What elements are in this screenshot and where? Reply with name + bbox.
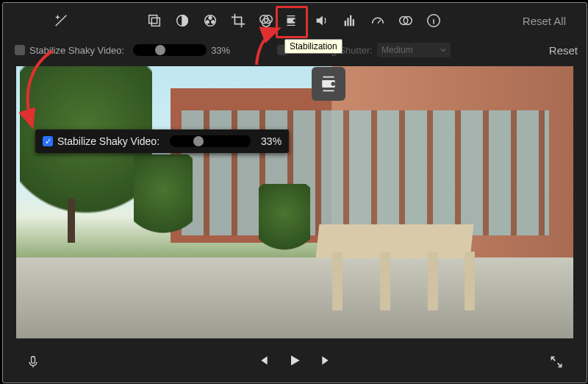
svg-rect-1 bbox=[151, 18, 159, 26]
video-preview bbox=[16, 66, 573, 338]
filters-icon[interactable] bbox=[256, 10, 276, 31]
stabilization-icon[interactable] bbox=[281, 10, 301, 31]
svg-point-20 bbox=[331, 82, 336, 86]
reset-all-button[interactable]: Reset All bbox=[523, 15, 566, 27]
stabilize-label: Stabilize Shaky Video: bbox=[29, 45, 124, 56]
stabilization-big-icon bbox=[312, 67, 345, 101]
speed-icon[interactable] bbox=[368, 10, 388, 31]
rolling-dropdown[interactable]: Medium bbox=[377, 43, 451, 57]
overlay-icon[interactable] bbox=[144, 10, 165, 31]
info-icon[interactable] bbox=[423, 10, 444, 31]
svg-rect-15 bbox=[353, 19, 354, 26]
svg-rect-14 bbox=[350, 15, 351, 26]
stabilize-checkbox[interactable] bbox=[15, 45, 25, 55]
svg-point-11 bbox=[293, 19, 296, 22]
prev-button[interactable] bbox=[255, 353, 270, 371]
color-wheel-icon[interactable] bbox=[200, 10, 220, 31]
microphone-icon[interactable] bbox=[22, 351, 44, 373]
volume-icon[interactable] bbox=[312, 10, 332, 31]
equalizer-icon[interactable] bbox=[340, 10, 360, 31]
stabilize-slider[interactable] bbox=[133, 44, 207, 56]
stabilization-tooltip: Stabilization bbox=[284, 39, 343, 54]
svg-rect-0 bbox=[149, 15, 157, 24]
svg-point-5 bbox=[207, 21, 209, 24]
color-balance-icon[interactable] bbox=[172, 10, 193, 31]
crop-icon[interactable] bbox=[228, 10, 248, 31]
stabilize-checkbox-checked[interactable]: ✓ bbox=[43, 136, 53, 146]
overlap-icon[interactable] bbox=[395, 10, 416, 31]
rolling-value: Medium bbox=[381, 45, 413, 55]
callout-stabilize-percent: 33% bbox=[261, 135, 282, 147]
reset-button[interactable]: Reset bbox=[549, 44, 578, 57]
magic-wand-icon[interactable] bbox=[51, 10, 71, 31]
play-button[interactable] bbox=[287, 353, 302, 371]
svg-rect-12 bbox=[345, 21, 346, 26]
svg-point-6 bbox=[212, 21, 215, 24]
fullscreen-icon[interactable] bbox=[545, 351, 567, 373]
svg-rect-21 bbox=[32, 357, 35, 363]
callout-stabilize-label: Stabilize Shaky Video: bbox=[57, 135, 159, 147]
stabilize-callout: ✓ Stabilize Shaky Video: 33% bbox=[35, 129, 289, 153]
callout-stabilize-slider[interactable] bbox=[170, 135, 251, 147]
next-button[interactable] bbox=[320, 353, 334, 371]
stabilize-percent: 33% bbox=[211, 45, 230, 56]
chevron-down-icon bbox=[440, 47, 446, 53]
svg-point-4 bbox=[209, 17, 212, 20]
svg-rect-13 bbox=[347, 18, 348, 26]
